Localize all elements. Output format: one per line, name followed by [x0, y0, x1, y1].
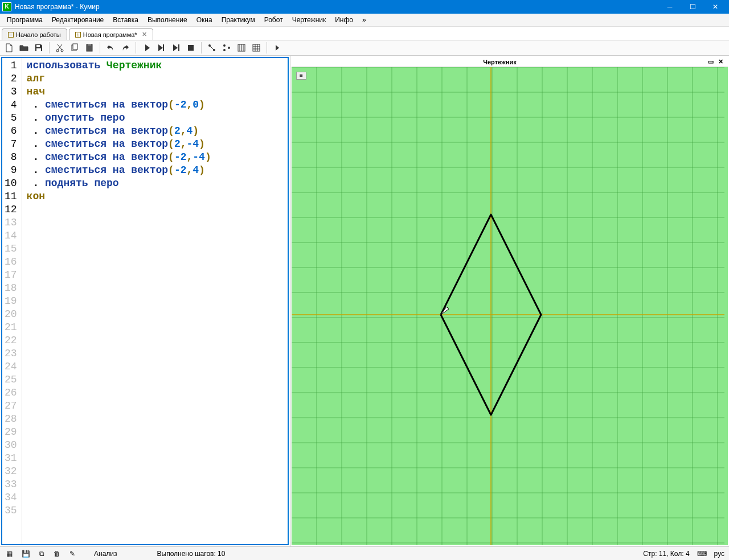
editor-pane: 1234567891011121314151617181920212223242… — [0, 56, 290, 546]
drawing-canvas[interactable]: ≡ — [292, 67, 728, 545]
menu-»[interactable]: » — [358, 15, 371, 25]
token-num: -4 — [193, 151, 205, 163]
close-canvas-icon[interactable]: ✕ — [716, 58, 726, 65]
token-dot: . — [27, 151, 45, 163]
line-number: 18 — [5, 282, 17, 295]
line-number: 5 — [5, 112, 17, 125]
run-button[interactable] — [140, 42, 153, 54]
line-number: 3 — [5, 85, 17, 98]
sb-grid-icon[interactable]: ▦ — [5, 550, 14, 558]
svg-point-13 — [223, 49, 226, 51]
sb-copy-icon[interactable]: ⧉ — [38, 550, 46, 558]
run-step-button[interactable] — [154, 42, 168, 54]
titlebar: K Новая программа* - Кумир ─ ☐ ✕ — [0, 0, 729, 14]
code-area[interactable]: использовать Чертежникалгнач . сместитьс… — [22, 58, 288, 544]
tab-label: Новая программа* — [83, 31, 137, 38]
tab-1[interactable]: 1Новая программа*✕ — [69, 28, 153, 40]
app-icon: K — [2, 2, 11, 11]
token-kw2: алг — [27, 73, 45, 84]
canvas-menu-icon[interactable]: ≡ — [296, 72, 306, 80]
line-number: 31 — [5, 452, 17, 465]
token-dot: . — [27, 164, 45, 176]
sb-save-icon[interactable]: 💾 — [20, 550, 32, 558]
line-number: 27 — [5, 400, 17, 413]
indent-button[interactable] — [220, 42, 234, 54]
line-number: 7 — [5, 138, 17, 151]
separator — [136, 42, 136, 53]
grid-button[interactable] — [249, 42, 263, 54]
close-button[interactable]: ✕ — [704, 0, 727, 14]
toolbar — [0, 40, 729, 56]
line-number: 34 — [5, 491, 17, 504]
token-paren: ( — [168, 99, 174, 110]
menu-робот[interactable]: Робот — [260, 15, 288, 25]
line-number: 9 — [5, 164, 17, 177]
align-button[interactable] — [205, 42, 219, 54]
token-paren: ( — [168, 164, 174, 176]
menu-инфо[interactable]: Инфо — [330, 15, 358, 25]
canvas-title: Чертежник — [294, 59, 706, 65]
steps-label: Выполнено шагов: 10 — [157, 550, 226, 558]
menu-окна[interactable]: Окна — [192, 15, 217, 25]
cursor-position: Стр: 11, Кол: 4 — [643, 550, 689, 558]
redo-button[interactable] — [118, 42, 132, 54]
copy-button[interactable] — [68, 42, 81, 54]
kbd-icon[interactable]: ⌨ — [695, 550, 708, 558]
tab-0[interactable]: ~Начало работы — [2, 28, 67, 40]
open-file-button[interactable] — [17, 42, 31, 54]
token-num: -2 — [174, 99, 187, 110]
line-number: 17 — [5, 269, 17, 282]
document-tabs: ~Начало работы1Новая программа*✕ — [0, 27, 729, 40]
ruler-button[interactable] — [235, 42, 248, 54]
menu-практикум[interactable]: Практикум — [217, 15, 260, 25]
menu-вставка[interactable]: Вставка — [108, 15, 143, 25]
line-number-gutter: 1234567891011121314151617181920212223242… — [2, 58, 22, 544]
detach-icon[interactable]: ▭ — [706, 58, 716, 65]
paste-button[interactable] — [83, 42, 96, 54]
token-paren: ) — [199, 138, 205, 150]
separator — [201, 42, 202, 53]
save-file-button[interactable] — [32, 42, 46, 54]
menu-редактирование[interactable]: Редактирование — [47, 15, 108, 25]
sb-edit-icon[interactable]: ✎ — [68, 550, 77, 558]
line-number: 29 — [5, 426, 17, 439]
line-number: 10 — [5, 177, 17, 190]
svg-rect-1 — [36, 48, 41, 51]
line-number: 23 — [5, 347, 17, 360]
tab-close-icon[interactable]: ✕ — [142, 31, 147, 38]
cut-button[interactable] — [53, 42, 67, 54]
line-number: 21 — [5, 321, 17, 334]
line-number: 35 — [5, 504, 17, 517]
stop-button[interactable] — [184, 42, 198, 54]
menu-чертежник[interactable]: Чертежник — [288, 15, 331, 25]
minimize-button[interactable]: ─ — [658, 0, 681, 14]
token-paren: ) — [205, 151, 211, 163]
line-number: 16 — [5, 256, 17, 269]
code-editor[interactable]: 1234567891011121314151617181920212223242… — [1, 57, 289, 545]
undo-button[interactable] — [104, 42, 117, 54]
token-kw: сместиться на вектор — [45, 151, 168, 163]
expand-button[interactable] — [271, 42, 284, 54]
token-dot: . — [27, 99, 45, 110]
step-into-button[interactable] — [169, 42, 183, 54]
maximize-button[interactable]: ☐ — [681, 0, 704, 14]
new-file-button[interactable] — [2, 42, 16, 54]
token-num: 4 — [187, 125, 193, 137]
svg-rect-8 — [178, 44, 179, 51]
line-number: 19 — [5, 295, 17, 308]
line-number: 22 — [5, 334, 17, 347]
analysis-label: Анализ — [94, 550, 117, 558]
token-kw: сместиться на вектор — [45, 164, 168, 176]
line-number: 33 — [5, 478, 17, 491]
sb-clear-icon[interactable]: 🗑 — [52, 550, 62, 558]
token-num: -2 — [174, 164, 187, 176]
line-number: 24 — [5, 360, 17, 373]
token-kw: сместиться на вектор — [45, 138, 168, 150]
menu-выполнение[interactable]: Выполнение — [143, 15, 192, 25]
token-num: 0 — [193, 99, 199, 110]
token-num: 4 — [193, 164, 199, 176]
line-number: 25 — [5, 373, 17, 386]
menu-программа[interactable]: Программа — [2, 15, 47, 25]
line-number: 15 — [5, 242, 17, 256]
token-dot: . — [27, 178, 45, 189]
